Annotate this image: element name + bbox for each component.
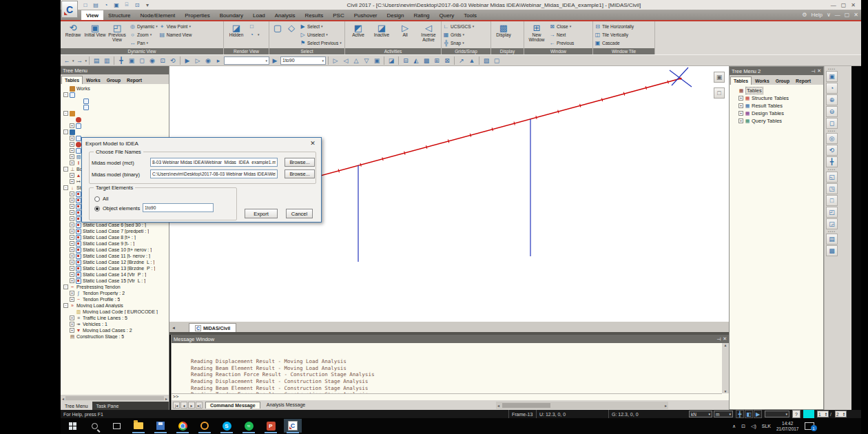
node-number-icon[interactable]: ↗ bbox=[457, 56, 466, 65]
ribbon-button[interactable]: Zoom▾ bbox=[130, 30, 158, 39]
tree-expander-icon[interactable]: + bbox=[70, 241, 74, 246]
tree-item[interactable]: - bbox=[61, 92, 169, 98]
tree-expander-icon[interactable]: + bbox=[70, 229, 74, 234]
tree-item[interactable]: + Traffic Line Lanes : 5 bbox=[61, 315, 169, 321]
scroll-left-icon[interactable]: ◂ bbox=[62, 396, 64, 401]
dynamic-rotate-icon[interactable]: ⟲ bbox=[168, 56, 178, 65]
tree-expander-icon[interactable]: - bbox=[63, 185, 68, 190]
object-elements-input[interactable] bbox=[143, 203, 214, 212]
next-tab-icon[interactable]: ▸ bbox=[188, 402, 195, 409]
message-horizontal-scrollbar[interactable]: ◂ ▸ bbox=[496, 402, 668, 409]
ribbon-button[interactable]: Snap▾ bbox=[443, 39, 474, 47]
save-icon[interactable]: ▣ bbox=[112, 1, 121, 9]
tree-expander-icon[interactable]: + bbox=[70, 328, 74, 333]
tree-item[interactable]: + Design Tables bbox=[730, 110, 823, 117]
tree-expander-icon[interactable]: + bbox=[70, 216, 74, 221]
tree-item[interactable]: - bbox=[61, 129, 169, 135]
color-swatch[interactable] bbox=[803, 410, 814, 418]
zoom-fit-icon[interactable]: ◻ bbox=[137, 56, 147, 65]
ribbon-button[interactable]: New Window bbox=[526, 22, 548, 43]
file-explorer-button[interactable] bbox=[130, 419, 147, 433]
language-indicator[interactable]: SLK bbox=[762, 424, 771, 428]
tree-expander-icon[interactable]: + bbox=[70, 161, 74, 165]
tree-item[interactable]: + Structure Tables bbox=[730, 94, 823, 102]
ribbon-button[interactable]: Select▾ bbox=[300, 22, 342, 30]
ribbon-tab[interactable]: Boundary bbox=[215, 10, 248, 20]
tree-expander-icon[interactable]: + bbox=[70, 278, 74, 283]
ribbon-button[interactable]: Cascade bbox=[595, 39, 635, 47]
pan-view-icon[interactable]: ⊡ bbox=[158, 56, 167, 65]
command-prompt[interactable]: >> bbox=[172, 393, 722, 400]
tree-menu-2-tab[interactable]: Report bbox=[793, 76, 814, 85]
powerpoint-button[interactable]: P bbox=[262, 419, 280, 433]
message-vertical-scrollbar[interactable]: ▲ ▼ bbox=[722, 343, 729, 393]
tree-item[interactable]: + Result Tables bbox=[730, 102, 823, 110]
tree-expander-icon[interactable]: + bbox=[70, 179, 74, 184]
select-window-icon[interactable]: ▷ bbox=[193, 56, 203, 65]
tree-item[interactable]: Moving Load Code [ EUROCODE ] bbox=[61, 309, 169, 315]
view-top-icon[interactable]: □ bbox=[826, 195, 838, 206]
tree-expander-icon[interactable]: + bbox=[70, 260, 74, 265]
zoom-window-icon[interactable]: ▣ bbox=[127, 56, 136, 65]
ribbon-button[interactable] bbox=[285, 22, 298, 33]
tree-horizontal-scrollbar[interactable]: ◂ ▸ bbox=[61, 395, 169, 402]
activate-all-icon[interactable]: △ bbox=[351, 56, 361, 65]
tree-expander-icon[interactable]: - bbox=[63, 130, 68, 134]
maximize-icon[interactable]: ▢ bbox=[841, 2, 847, 8]
ribbon-tab[interactable]: Query bbox=[435, 10, 459, 20]
group-icon[interactable]: ▧ bbox=[482, 56, 491, 65]
tree-expander-icon[interactable]: + bbox=[738, 96, 743, 101]
ribbon-button[interactable]: UCS/GCS▾ bbox=[443, 22, 474, 30]
radio-object-elements-icon[interactable] bbox=[94, 206, 100, 211]
scrollbar-thumb[interactable] bbox=[65, 396, 164, 400]
view-left-icon[interactable]: ◰ bbox=[826, 207, 838, 218]
ribbon-button[interactable]: ▾ bbox=[249, 30, 260, 39]
tree-expander-icon[interactable]: + bbox=[70, 291, 74, 296]
mdi-close-icon[interactable]: ✕ bbox=[854, 12, 858, 18]
select-single-icon[interactable]: ▶ bbox=[183, 56, 192, 65]
dynamic-rotate-icon[interactable]: ⟲ bbox=[826, 145, 838, 156]
tree-item[interactable]: + Static Load Case 15 [Vtr_L : ] bbox=[61, 278, 169, 284]
message-tab[interactable]: Analysis Message bbox=[262, 402, 309, 409]
zoom-out-icon[interactable]: ⊖ bbox=[826, 106, 838, 117]
display-monitor-icon[interactable]: ⊞ bbox=[432, 56, 442, 65]
skype-button[interactable]: S bbox=[218, 419, 236, 433]
select-identity-icon[interactable]: ▶ bbox=[270, 56, 280, 65]
tree-item[interactable]: Tables bbox=[730, 87, 823, 94]
speaker-icon[interactable]: ◁) bbox=[751, 424, 756, 429]
tree-item[interactable]: + Tendon Property : 2 bbox=[61, 290, 169, 296]
tree-item[interactable]: + Static Load Case 7 [predpeti : ] bbox=[61, 228, 169, 234]
tree-expander-icon[interactable]: + bbox=[70, 266, 74, 271]
tree-menu-2-tab[interactable]: Tables bbox=[730, 76, 752, 85]
length-unit-dropdown[interactable]: m▾ bbox=[714, 411, 733, 417]
tree-expander-icon[interactable]: - bbox=[63, 167, 68, 172]
tree-expander-icon[interactable]: + bbox=[70, 210, 74, 215]
tree-item[interactable] bbox=[61, 116, 169, 123]
dialog-close-icon[interactable]: ✕ bbox=[308, 139, 318, 147]
tree-item[interactable]: - bbox=[61, 110, 169, 116]
activate-icon[interactable]: ▷ bbox=[331, 56, 340, 65]
first-tab-icon[interactable]: |◂ bbox=[173, 402, 180, 409]
view-box-icon[interactable]: □ bbox=[714, 87, 725, 99]
tree-expander-icon[interactable]: + bbox=[70, 235, 74, 240]
ribbon-button[interactable]: Inverse Active bbox=[417, 22, 440, 43]
zoom-in-icon[interactable]: ⊕ bbox=[826, 94, 838, 105]
cancel-button[interactable]: Cancel bbox=[286, 209, 313, 218]
tree-item[interactable]: + Static Load Case 12 [Brzdne_L : ] bbox=[61, 259, 169, 265]
tree-expander-icon[interactable]: + bbox=[70, 192, 74, 196]
zoom-window-icon[interactable]: ▣ bbox=[826, 71, 838, 82]
ribbon-button[interactable]: Active bbox=[347, 22, 370, 43]
tree-item[interactable]: + Static Load Case 11 [t- nerov : ] bbox=[61, 253, 169, 259]
mdi-tab-scroll-left-icon[interactable]: ◂ bbox=[169, 324, 178, 332]
tree-expander-icon[interactable]: + bbox=[70, 173, 74, 178]
tree-item[interactable] bbox=[61, 98, 169, 104]
import-icon[interactable]: ◔ bbox=[102, 1, 110, 9]
ribbon-button[interactable]: Grids▾ bbox=[443, 30, 474, 39]
ribbon-tab[interactable]: Tools bbox=[459, 10, 482, 20]
ribbon-button[interactable]: Inactive bbox=[370, 22, 393, 43]
tree-item[interactable]: Construction Stage : 5 bbox=[61, 333, 169, 340]
pin-icon[interactable]: ⊤ bbox=[810, 69, 816, 73]
tree-expander-icon[interactable]: - bbox=[63, 111, 68, 116]
ribbon-button[interactable]: Tile Horizontally bbox=[595, 22, 635, 30]
tree-expander-icon[interactable]: + bbox=[70, 142, 74, 147]
